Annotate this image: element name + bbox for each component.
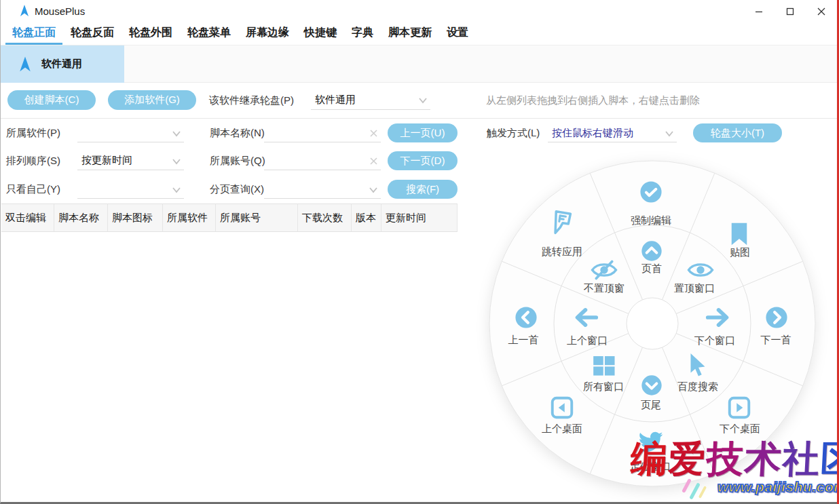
inherit-wheel-value: 软件通用 (311, 90, 430, 109)
create-script-button[interactable]: 创建脚本(C) (7, 90, 96, 110)
search-button[interactable]: 搜索(F) (388, 180, 458, 199)
tab-wheel-outer[interactable]: 轮盘外围 (122, 23, 180, 44)
wheel-label-prev-window: 上个窗口 (567, 334, 608, 347)
trigger-mode-value: 按住鼠标右键滑动 (548, 123, 677, 142)
wheel-label-next-desktop: 下个桌面 (720, 423, 760, 435)
wheel-item-paste-image[interactable] (729, 222, 749, 246)
mouseplus-logo-icon (20, 5, 29, 17)
app-flag-icon (548, 208, 576, 239)
wheel-label-page-bottom: 页尾 (641, 399, 661, 412)
mouseplus-window: MousePlus 轮盘正面 轮盘反面 轮盘外围 轮盘菜单 屏幕边缘 快捷键 字… (0, 0, 839, 504)
wheel-label-prev-desktop: 上个桌面 (542, 423, 582, 435)
minimize-button[interactable] (743, 0, 775, 22)
add-software-button[interactable]: 添加软件(G) (108, 90, 196, 110)
chevron-down-icon (418, 96, 428, 105)
minimize-icon (755, 7, 763, 16)
owner-software-label: 所属软件(P) (6, 123, 60, 142)
wheel-item-prev-window[interactable] (574, 305, 599, 330)
wheel-item-next-window[interactable] (705, 305, 730, 330)
chevron-down-icon (369, 185, 378, 195)
prev-page-button[interactable]: 上一页(U) (388, 123, 458, 142)
col-update-time: 更新时间 (381, 204, 458, 231)
wheel-label-next-window: 下个窗口 (694, 334, 735, 347)
next-page-button[interactable]: 下一页(D) (388, 151, 458, 170)
col-script-name: 脚本名称 (54, 204, 108, 231)
wheel-item-next-desktop[interactable] (727, 395, 751, 420)
wheel-size-button[interactable]: 轮盘大小(T) (693, 123, 782, 142)
next-desktop-icon (727, 395, 751, 420)
mouseplus-arrow-icon (19, 56, 31, 73)
chevron-right-circle-icon (765, 306, 788, 329)
owner-account-input[interactable] (264, 151, 381, 170)
col-download-count: 下载次数 (298, 204, 352, 231)
wheel-item-prev-song[interactable] (515, 306, 538, 329)
toolbar: 创建脚本(C) 添加软件(G) 该软件继承轮盘(P) 软件通用 从左侧列表拖拽到… (1, 83, 839, 119)
tab-wheel-back[interactable]: 轮盘反面 (63, 23, 122, 44)
tab-dictionary[interactable]: 字典 (344, 23, 381, 44)
watermark-char: 爱 (667, 440, 707, 479)
col-version: 版本 (352, 204, 381, 231)
clear-icon[interactable] (369, 156, 378, 165)
wheel-item-topmost-window[interactable] (687, 260, 714, 279)
inherit-wheel-select[interactable]: 软件通用 (311, 90, 430, 110)
col-script-icon: 脚本图标 (108, 204, 163, 231)
chevron-down-icon (172, 129, 181, 138)
page-query-select[interactable] (264, 180, 381, 199)
watermark-char: 编 (629, 440, 669, 479)
watermark-title: 编 爱 技 术 社 区 (629, 440, 839, 479)
tab-settings[interactable]: 设置 (439, 23, 476, 44)
sort-order-value: 按更新时间 (77, 151, 184, 169)
maximize-icon (786, 7, 794, 16)
chevron-down-icon (665, 129, 674, 138)
eye-icon (687, 260, 714, 279)
tab-wheel-menu[interactable]: 轮盘菜单 (180, 23, 238, 44)
clear-icon[interactable] (369, 128, 378, 137)
software-tab-general[interactable]: 软件通用 (1, 45, 124, 83)
cursor-icon (684, 352, 708, 379)
wheel-item-next-song[interactable] (765, 306, 788, 329)
wheel-item-not-topmost[interactable] (591, 260, 618, 280)
arrow-left-icon (574, 305, 599, 330)
wheel-item-prev-desktop[interactable] (550, 395, 574, 420)
tab-hotkeys[interactable]: 快捷键 (297, 23, 344, 44)
wheel-item-page-bottom[interactable] (641, 374, 663, 396)
trigger-mode-select[interactable]: 按住鼠标右键滑动 (548, 123, 677, 142)
tab-script-update[interactable]: 脚本更新 (381, 23, 439, 44)
wheel-label-prev-song: 上一首 (508, 334, 539, 347)
tab-screen-edge[interactable]: 屏幕边缘 (238, 23, 297, 44)
wheel-item-jump-app[interactable] (549, 210, 575, 238)
chevron-down-icon (172, 157, 181, 166)
owner-software-select[interactable] (77, 123, 184, 142)
wheel-item-baidu-search[interactable] (684, 352, 708, 379)
wheel-item-all-windows[interactable] (591, 353, 617, 379)
wheel-item-page-top[interactable] (641, 240, 663, 262)
watermark-url: www.paijishu.com (717, 479, 839, 495)
only-mine-label: 只看自己(Y) (6, 180, 60, 199)
script-name-input[interactable] (264, 123, 381, 142)
close-button[interactable] (806, 0, 837, 22)
watermark-char: 区 (819, 440, 839, 479)
tab-wheel-front[interactable]: 轮盘正面 (5, 23, 63, 44)
wheel-label-next-song: 下一首 (761, 334, 791, 347)
inherit-wheel-label: 该软件继承轮盘(P) (209, 83, 294, 118)
wheel-label-all-windows: 所有窗口 (583, 381, 624, 393)
bookmark-icon (729, 222, 749, 246)
maximize-button[interactable] (775, 0, 806, 22)
script-name-label: 脚本名称(N) (210, 123, 265, 142)
col-owner-software: 所属软件 (163, 204, 216, 231)
only-mine-select[interactable] (77, 180, 184, 199)
watermark-char: 技 (705, 440, 745, 479)
wheel-label-topmost-window: 置顶窗口 (674, 282, 715, 295)
owner-account-label: 所属账号(Q) (210, 151, 265, 170)
drag-hint-text: 从左侧列表拖拽到右侧插入脚本，右键点击删除 (486, 83, 700, 118)
prev-desktop-icon (550, 395, 574, 420)
col-double-click-edit: 双击编辑 (1, 204, 54, 231)
watermark-char: 社 (781, 440, 821, 479)
wheel-label-paste-image: 贴图 (730, 246, 750, 259)
window-titlebar: MousePlus (1, 0, 839, 22)
eye-off-icon (591, 260, 618, 280)
wheel-label-force-edit: 强制编辑 (631, 214, 671, 227)
wheel-item-force-edit[interactable] (639, 180, 663, 203)
sort-order-select[interactable]: 按更新时间 (77, 151, 184, 170)
chevron-up-circle-icon (641, 240, 663, 262)
